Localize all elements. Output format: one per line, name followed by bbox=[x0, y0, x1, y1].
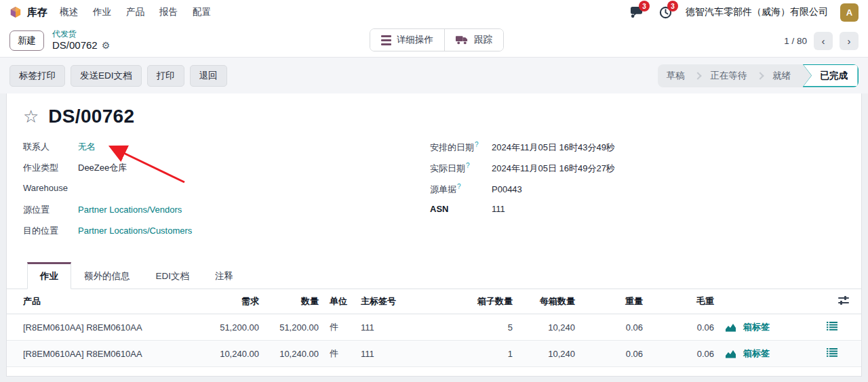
field-scheduled-date-value[interactable]: 2024年11月05日 16时43分49秒 bbox=[492, 142, 615, 154]
status-step-waiting[interactable]: 正在等待 bbox=[702, 70, 756, 82]
status-step-ready[interactable]: 就绪 bbox=[764, 70, 800, 82]
form-status-bar: 标签打印 发送EDI文档 打印 退回 草稿 正在等待 就绪 已完成 bbox=[0, 58, 868, 93]
user-avatar[interactable]: A bbox=[840, 3, 859, 22]
company-name[interactable]: 德智汽车零部件（威海）有限公司 bbox=[686, 6, 828, 18]
table-row[interactable]: [R8EM0610AA] R8EM0610AA 10,240.00 10,240… bbox=[7, 341, 861, 367]
record-title: DS/00762 bbox=[48, 106, 134, 127]
pager: 1 / 80 ‹ › bbox=[784, 32, 859, 50]
control-panel: 新建 代发货 DS/00762 ⚙ 详细操作 跟踪 1 / 80 ‹ › bbox=[0, 24, 868, 58]
print-button[interactable]: 打印 bbox=[147, 65, 184, 87]
pager-next-button[interactable]: › bbox=[840, 32, 859, 50]
menu-reporting[interactable]: 报告 bbox=[159, 6, 178, 18]
app-menu-inventory[interactable]: 库存 bbox=[27, 6, 47, 19]
tab-additional-info[interactable]: 额外的信息 bbox=[71, 263, 143, 289]
menu-overview[interactable]: 概述 bbox=[60, 6, 78, 18]
trace-button[interactable]: 跟踪 bbox=[444, 29, 503, 51]
header-uom[interactable]: 单位 bbox=[324, 289, 355, 314]
cell-box-label: 箱标签 bbox=[719, 341, 821, 367]
header-weight[interactable]: 重量 bbox=[580, 289, 648, 314]
field-source-document: 源单据? P00443 bbox=[430, 183, 845, 204]
menu-configuration[interactable]: 配置 bbox=[193, 6, 211, 18]
field-destination-location-value[interactable]: Partner Locations/Customers bbox=[78, 226, 192, 236]
menu-products[interactable]: 产品 bbox=[126, 6, 144, 18]
field-operation-type-label: 作业类型 bbox=[23, 162, 78, 174]
status-step-done-label: 已完成 bbox=[803, 64, 859, 87]
field-source-document-value[interactable]: P00443 bbox=[492, 184, 522, 194]
box-label-link[interactable]: 箱标签 bbox=[743, 321, 770, 333]
cell-master-label[interactable]: 111 bbox=[355, 341, 430, 367]
cell-box-count[interactable]: 5 bbox=[430, 314, 518, 341]
box-label-link[interactable]: 箱标签 bbox=[743, 347, 770, 360]
tab-edi-documents[interactable]: EDI文档 bbox=[143, 263, 203, 289]
cell-box-count[interactable]: 1 bbox=[430, 341, 518, 367]
field-asn: ASN 111 bbox=[430, 204, 845, 225]
breadcrumb-parent-link[interactable]: 代发货 bbox=[52, 29, 110, 39]
cell-demand[interactable]: 10,240.00 bbox=[210, 341, 264, 367]
table-row[interactable]: [R8EM0610AA] R8EM0610AA 51,200.00 51,200… bbox=[7, 314, 861, 341]
header-quantity[interactable]: 数量 bbox=[264, 289, 324, 314]
header-master-label[interactable]: 主标签号 bbox=[355, 289, 430, 314]
title-row: ☆ DS/00762 bbox=[7, 93, 861, 127]
send-edi-document-button[interactable]: 发送EDI文档 bbox=[71, 65, 142, 87]
status-step-draft[interactable]: 草稿 bbox=[658, 70, 694, 82]
cell-gross-weight[interactable]: 0.06 bbox=[648, 314, 719, 341]
cell-product[interactable]: [R8EM0610AA] R8EM0610AA bbox=[7, 341, 210, 367]
cell-gross-weight[interactable]: 0.06 bbox=[648, 341, 719, 367]
cell-qty-per-box[interactable]: 10,240 bbox=[518, 341, 580, 367]
field-effective-date: 实际日期? 2024年11月05日 16时49分27秒 bbox=[430, 162, 845, 183]
row-list-icon[interactable] bbox=[827, 348, 837, 357]
header-qty-per-box[interactable]: 每箱数量 bbox=[518, 289, 580, 314]
chevron-right-icon bbox=[694, 72, 701, 79]
messages-icon[interactable]: 3 bbox=[629, 4, 645, 20]
cell-weight[interactable]: 0.06 bbox=[580, 341, 648, 367]
header-demand[interactable]: 需求 bbox=[210, 289, 264, 314]
field-contact-label: 联系人 bbox=[23, 141, 78, 153]
gear-icon[interactable]: ⚙ bbox=[102, 40, 111, 52]
label-print-button[interactable]: 标签打印 bbox=[9, 65, 65, 87]
field-contact-value[interactable]: 无名 bbox=[78, 141, 96, 153]
status-step-done-active[interactable]: 已完成 bbox=[803, 64, 859, 87]
detailed-operations-label: 详细操作 bbox=[397, 34, 433, 46]
cell-demand[interactable]: 51,200.00 bbox=[210, 314, 264, 341]
cell-qty-per-box[interactable]: 10,240 bbox=[518, 314, 580, 341]
activities-icon[interactable]: 3 bbox=[657, 4, 673, 20]
row-list-icon[interactable] bbox=[827, 322, 837, 331]
cell-uom[interactable]: 件 bbox=[324, 314, 355, 341]
report-chart-icon[interactable] bbox=[725, 349, 736, 358]
field-source-location: 源位置 Partner Locations/Vendors bbox=[23, 204, 430, 225]
cell-quantity[interactable]: 10,240.00 bbox=[264, 341, 324, 367]
field-effective-date-label: 实际日期? bbox=[430, 162, 492, 175]
detailed-operations-button[interactable]: 详细操作 bbox=[370, 29, 444, 51]
field-asn-value[interactable]: 111 bbox=[492, 204, 505, 214]
tab-operations[interactable]: 作业 bbox=[27, 262, 71, 289]
field-asn-label: ASN bbox=[430, 204, 492, 214]
header-product[interactable]: 产品 bbox=[7, 289, 210, 314]
record-reference: DS/00762 bbox=[52, 39, 98, 52]
cell-quantity[interactable]: 51,200.00 bbox=[264, 314, 324, 341]
cell-uom[interactable]: 件 bbox=[324, 341, 355, 367]
cell-master-label[interactable]: 111 bbox=[355, 314, 430, 341]
field-operation-type: 作业类型 DeeZee仓库 bbox=[23, 162, 430, 183]
optional-columns-icon[interactable] bbox=[821, 289, 861, 314]
header-gross-weight[interactable]: 毛重 bbox=[648, 289, 719, 314]
return-button[interactable]: 退回 bbox=[190, 65, 227, 87]
field-effective-date-value[interactable]: 2024年11月05日 16时49分27秒 bbox=[492, 163, 615, 175]
new-button[interactable]: 新建 bbox=[9, 30, 44, 51]
field-source-document-label: 源单据? bbox=[430, 183, 492, 196]
messages-badge: 3 bbox=[639, 1, 650, 12]
header-box-count[interactable]: 箱子数量 bbox=[430, 289, 518, 314]
cell-box-label: 箱标签 bbox=[719, 314, 821, 341]
favorite-star-icon[interactable]: ☆ bbox=[23, 108, 39, 125]
app-logo-icon[interactable] bbox=[9, 6, 22, 18]
cell-weight[interactable]: 0.06 bbox=[580, 314, 648, 341]
tab-notes[interactable]: 注释 bbox=[202, 263, 246, 289]
cell-product[interactable]: [R8EM0610AA] R8EM0610AA bbox=[7, 314, 210, 341]
field-operation-type-value[interactable]: DeeZee仓库 bbox=[78, 162, 127, 174]
report-chart-icon[interactable] bbox=[725, 322, 736, 332]
list-icon bbox=[381, 35, 391, 45]
menu-operations[interactable]: 作业 bbox=[93, 6, 111, 18]
field-source-location-value[interactable]: Partner Locations/Vendors bbox=[78, 205, 182, 215]
pager-previous-button[interactable]: ‹ bbox=[814, 32, 833, 50]
operations-table: 产品 需求 数量 单位 主标签号 箱子数量 每箱数量 重量 毛重 bbox=[7, 289, 861, 367]
field-destination-location-label: 目的位置 bbox=[23, 225, 78, 237]
